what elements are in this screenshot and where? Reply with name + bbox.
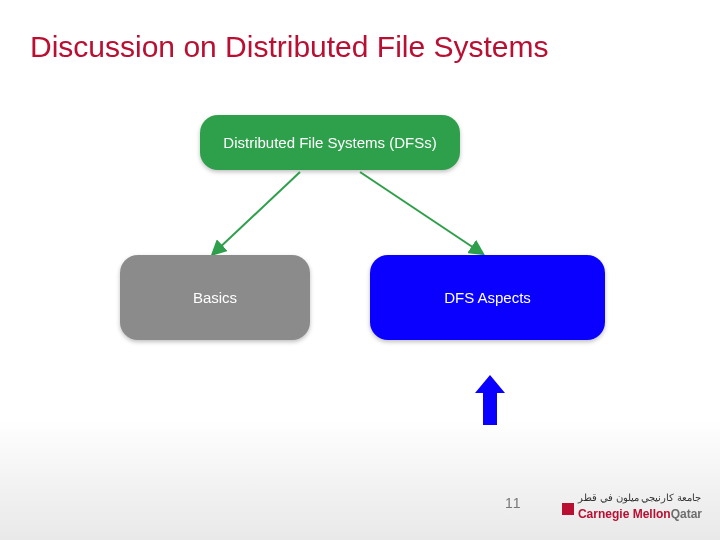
background-gradient (0, 420, 720, 540)
logo-line1: Carnegie Mellon (578, 507, 671, 521)
node-aspects-label: DFS Aspects (444, 289, 531, 306)
logo-mark-icon (562, 503, 574, 515)
logo-arabic: جامعة كارنيجي ميلون في قطر (578, 493, 702, 503)
svg-line-1 (360, 172, 480, 252)
node-root: Distributed File Systems (DFSs) (200, 115, 460, 170)
node-root-label: Distributed File Systems (DFSs) (223, 134, 436, 151)
node-aspects: DFS Aspects (370, 255, 605, 340)
brand-logo: جامعة كارنيجي ميلون في قطر Carnegie Mell… (578, 493, 702, 522)
highlight-arrow-icon (475, 375, 505, 425)
slide: Discussion on Distributed File Systems D… (0, 0, 720, 540)
page-number: 11 (505, 495, 521, 511)
logo-line2: Qatar (671, 507, 702, 521)
slide-title: Discussion on Distributed File Systems (30, 30, 690, 64)
node-basics-label: Basics (193, 289, 237, 306)
node-basics: Basics (120, 255, 310, 340)
svg-line-0 (215, 172, 300, 252)
diagram: Distributed File Systems (DFSs) Basics D… (0, 115, 720, 395)
connector-arrows (0, 170, 720, 260)
